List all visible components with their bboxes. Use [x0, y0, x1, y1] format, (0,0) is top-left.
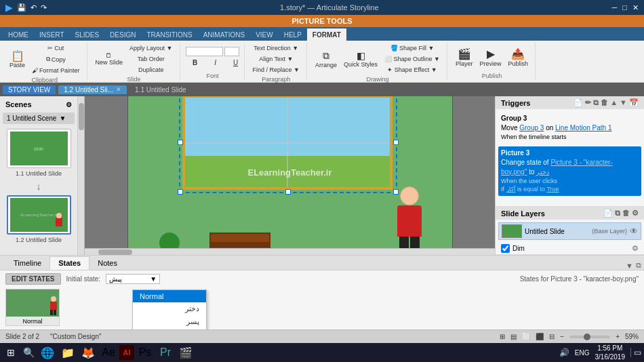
tab-insert[interactable]: INSERT	[34, 28, 70, 41]
start-button[interactable]: ⊞	[3, 344, 19, 361]
story-view-button[interactable]: STORY VIEW	[3, 85, 56, 94]
tab-states[interactable]: States	[49, 256, 89, 270]
tab-home[interactable]: HOME	[3, 28, 34, 41]
maximize-btn[interactable]: □	[622, 3, 627, 12]
taskbar-app1[interactable]: 🌐	[38, 344, 57, 361]
format-painter-button[interactable]: 🖌 Format Painter	[29, 66, 83, 75]
bottom-panel-collapse-icon[interactable]: ▼	[626, 262, 633, 270]
preview-button[interactable]: ▶ Preview	[477, 46, 504, 68]
slide-1-1-thumb[interactable]: slide	[7, 129, 71, 168]
taskbar-app3[interactable]: 🦊	[79, 344, 98, 361]
tab-order-button[interactable]: Tab Order	[127, 54, 175, 64]
taskbar-app5[interactable]: AI	[119, 345, 134, 360]
triggers-down-icon[interactable]: ▼	[620, 98, 627, 107]
triggers-copy-icon[interactable]: ⧉	[593, 98, 599, 107]
new-slide-button[interactable]: 🗒 New Slide	[93, 51, 126, 67]
scene-dropdown-icon[interactable]: ▼	[59, 115, 66, 122]
triggers-up-icon[interactable]: ▲	[610, 98, 618, 107]
zoom-in-icon[interactable]: +	[616, 333, 620, 340]
triggers-delete-icon[interactable]: 🗑	[601, 98, 608, 107]
tab-timeline[interactable]: Timeline	[5, 256, 49, 270]
taskbar-app7[interactable]: Pr	[156, 344, 175, 361]
underline-button[interactable]: U	[226, 58, 245, 68]
bottom-panel-popout-icon[interactable]: ⧉	[636, 261, 641, 270]
tab-1-1-untitled[interactable]: 1.1 Untitled Slide	[129, 85, 192, 94]
canvas-character[interactable]	[388, 185, 432, 255]
layers-add-icon[interactable]: 📄	[603, 209, 613, 218]
grid-icon1[interactable]: ⊞	[500, 333, 505, 340]
trigger-group3-link2[interactable]: Line Motion Path 1	[555, 124, 611, 132]
taskbar-lang[interactable]: ENG	[575, 349, 590, 357]
dropdown-dokhtar[interactable]: دختر	[133, 302, 206, 315]
initial-state-select[interactable]: پیش ▼	[106, 274, 160, 284]
trigger-picture3-link1[interactable]: Picture 3 - "karacter-boy.png"	[501, 159, 613, 176]
triggers-calendar-icon[interactable]: 📅	[629, 98, 639, 107]
taskbar-app8[interactable]: 🎬	[176, 344, 195, 361]
tab-transitions[interactable]: TRANSITIONS	[141, 28, 197, 41]
layers-copy-icon[interactable]: ⧉	[615, 209, 620, 218]
tab-1-2-untitled[interactable]: 1.2 Untitled Sli... ✕	[58, 85, 127, 94]
close-btn[interactable]: ✕	[632, 3, 639, 12]
shape-effect-button[interactable]: ✦ Shape Effect ▼	[382, 65, 443, 75]
tab-notes[interactable]: Notes	[89, 256, 125, 270]
quick-save-icon[interactable]: 💾	[17, 3, 26, 12]
taskbar-show-desktop[interactable]: ▭	[630, 348, 641, 357]
layer-visibility-icon[interactable]: 👁	[630, 226, 638, 236]
slide-1-2-thumb[interactable]: ELearningTeacher.ir	[7, 195, 71, 235]
states-dropdown[interactable]: Normal دختر پسر Hidden	[132, 289, 207, 329]
initial-state-dropdown-arrow[interactable]: ▼	[150, 275, 157, 283]
trigger-group3-link1[interactable]: Group 3	[519, 124, 544, 132]
minimize-btn[interactable]: ─	[612, 3, 618, 12]
tab-help[interactable]: HELP	[279, 28, 307, 41]
triggers-add-icon[interactable]: 📄	[573, 98, 583, 107]
align-text-button[interactable]: Align Text ▼	[256, 54, 296, 64]
canvas-scroll-v[interactable]	[78, 96, 85, 255]
search-taskbar-button[interactable]: 🔍	[20, 344, 37, 361]
tab-format[interactable]: FORMAT	[307, 28, 346, 41]
taskbar-volume-icon[interactable]: 🔊	[559, 348, 569, 357]
tab-view[interactable]: VIEW	[250, 28, 279, 41]
undo-icon[interactable]: ↶	[31, 3, 37, 12]
canvas-scroll-h[interactable]	[85, 248, 495, 255]
triggers-edit-icon[interactable]: ✏	[585, 98, 591, 107]
layers-settings-icon[interactable]: ⚙	[632, 209, 639, 218]
copy-button[interactable]: ⧉ Copy	[29, 54, 83, 64]
cut-button[interactable]: ✂ Cut	[29, 43, 83, 53]
taskbar-app2[interactable]: 📁	[58, 344, 77, 361]
player-button[interactable]: 🎬 Player	[453, 46, 476, 68]
tab-design[interactable]: DESIGN	[104, 28, 141, 41]
arrange-button[interactable]: ⧉ Arrange	[313, 49, 340, 70]
redo-icon[interactable]: ↷	[41, 3, 47, 12]
zoom-slider[interactable]	[569, 336, 610, 338]
layer-base[interactable]: Untitled Slide (Base Layer) 👁	[498, 222, 641, 240]
tab-animations[interactable]: ANIMATIONS	[198, 28, 250, 41]
tab-slides[interactable]: SLIDES	[70, 28, 105, 41]
font-name-input[interactable]	[186, 47, 223, 56]
tab-1-2-close[interactable]: ✕	[116, 86, 121, 93]
duplicate-button[interactable]: Duplicate	[127, 65, 175, 75]
dim-settings-icon[interactable]: ⚙	[632, 244, 639, 253]
quick-styles-button[interactable]: ◧ Quick Styles	[341, 49, 380, 69]
paste-button[interactable]: 📋 Paste	[7, 49, 28, 70]
state-normal[interactable]: Normal	[5, 289, 60, 326]
grid-icon5[interactable]: ⊟	[549, 333, 555, 340]
dropdown-pesar[interactable]: پسر	[133, 315, 206, 328]
grid-icon2[interactable]: ▤	[510, 333, 517, 340]
zoom-out-icon[interactable]: −	[560, 333, 564, 340]
shape-fill-button[interactable]: 🪣 Shape Fill ▼	[382, 43, 443, 53]
dim-checkbox[interactable]	[501, 244, 510, 253]
dropdown-hidden[interactable]: Hidden	[133, 328, 206, 329]
layers-delete-icon[interactable]: 🗑	[622, 209, 630, 218]
text-direction-button[interactable]: Text Direction ▼	[251, 43, 301, 53]
edit-states-button[interactable]: EDIT STATES	[5, 273, 61, 285]
grid-icon3[interactable]: ⬜	[522, 333, 530, 340]
dropdown-normal[interactable]: Normal	[133, 290, 206, 302]
font-size-input[interactable]	[224, 47, 239, 56]
find-replace-button[interactable]: Find / Replace ▼	[250, 65, 302, 75]
italic-button[interactable]: I	[206, 58, 225, 68]
grid-icon4[interactable]: ⬛	[536, 333, 544, 340]
trigger-group3[interactable]: Group 3 Move Group 3 on Line Motion Path…	[498, 112, 641, 144]
publish-button[interactable]: 📤 Publish	[506, 46, 531, 68]
taskbar-app6[interactable]: Ps	[136, 344, 155, 361]
bold-button[interactable]: B	[186, 58, 205, 68]
